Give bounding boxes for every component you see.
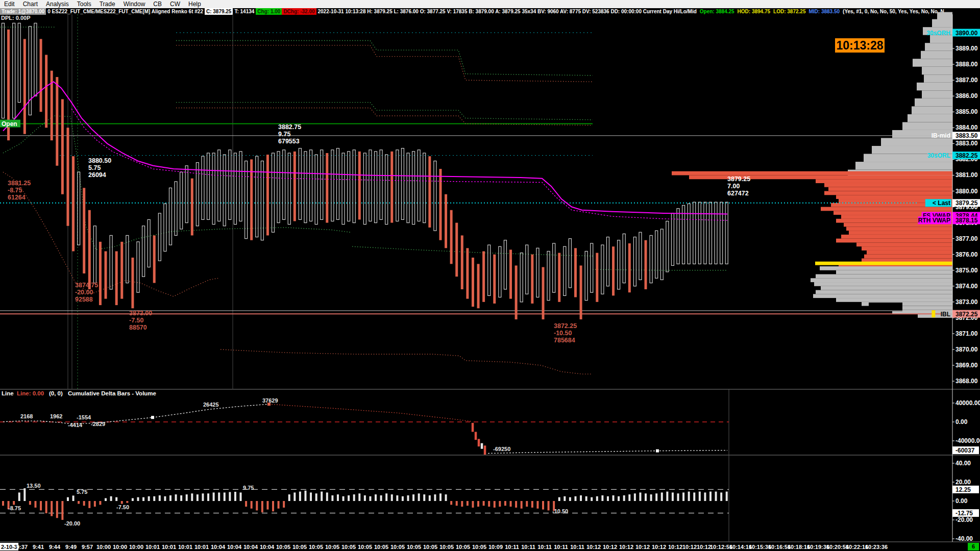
- renko-bars: [2, 23, 728, 319]
- svg-text:10:05: 10:05: [309, 544, 323, 550]
- svg-text:3873.00: 3873.00: [955, 298, 978, 306]
- svg-text:10:05: 10:05: [407, 544, 421, 550]
- svg-text:3879.25: 3879.25: [955, 199, 978, 207]
- cumulative-delta-panel: LineLine: 0.00(0, 0)Cumulative Delta Bar…: [0, 390, 729, 455]
- svg-text:10:00: 10:00: [113, 544, 127, 550]
- svg-text:10:11: 10:11: [537, 544, 552, 550]
- session-vlines: [68, 14, 233, 389]
- svg-text:3883.00: 3883.00: [955, 140, 978, 147]
- svg-text:IB-mid: IB-mid: [932, 132, 950, 139]
- svg-text:20.00: 20.00: [955, 479, 971, 486]
- svg-text:3878.15: 3878.15: [955, 217, 978, 224]
- svg-text:40000.00: 40000.00: [955, 399, 980, 407]
- svg-text:Cumulative Delta Bars - Volume: Cumulative Delta Bars - Volume: [68, 390, 156, 396]
- svg-text:3872.25-10.50785684: 3872.25-10.50785684: [554, 322, 577, 344]
- svg-text:1962: 1962: [50, 413, 62, 419]
- svg-text:10:01: 10:01: [162, 544, 176, 550]
- delta-line-down: [269, 404, 472, 421]
- svg-text:3885.00: 3885.00: [955, 108, 978, 115]
- svg-text:3875.00: 3875.00: [955, 267, 978, 274]
- svg-text:10:05: 10:05: [456, 544, 470, 550]
- bar-delta-panel: 13.50-8.755.75-20.00-7.509.75-10.50: [0, 483, 729, 527]
- svg-text:10:11: 10:11: [521, 544, 535, 550]
- time-scale[interactable]: 2-10-319:379:419:449:499:5710:0010:0010:…: [0, 543, 888, 550]
- delta-line-up: [3, 404, 269, 424]
- fs-vwap-line: [3, 82, 727, 214]
- svg-text:10:05: 10:05: [423, 544, 437, 550]
- svg-text:3874.00: 3874.00: [955, 283, 978, 290]
- svg-text:0.00: 0.00: [955, 418, 968, 425]
- svg-text:10:11: 10:11: [554, 544, 568, 550]
- svg-text:3873.00-7.5088570: 3873.00-7.5088570: [129, 310, 152, 331]
- svg-text:10:05: 10:05: [358, 544, 372, 550]
- svg-text:-4414: -4414: [68, 422, 83, 428]
- chart-canvas[interactable]: 3882.759.756795533880.505.75260943881.25…: [0, 0, 980, 551]
- svg-text:13.50: 13.50: [27, 483, 41, 489]
- svg-text:3889.00: 3889.00: [955, 45, 978, 52]
- svg-text:40.00: 40.00: [955, 460, 971, 467]
- svg-text:-10.50: -10.50: [552, 508, 568, 514]
- svg-text:RTH VWAP: RTH VWAP: [918, 217, 950, 224]
- svg-text:10:01: 10:01: [194, 544, 209, 550]
- svg-text:10:01: 10:01: [178, 544, 192, 550]
- svg-text:3871.00: 3871.00: [955, 330, 978, 337]
- svg-text:3884.00: 3884.00: [955, 124, 978, 131]
- svg-text:-1554: -1554: [77, 414, 91, 420]
- svg-text:10:05: 10:05: [341, 544, 356, 550]
- svg-text:3886.00: 3886.00: [955, 92, 978, 99]
- svg-text:(0, 0): (0, 0): [49, 390, 63, 396]
- svg-text:-69250: -69250: [493, 446, 510, 452]
- svg-text:10:12: 10:12: [603, 544, 617, 550]
- svg-text:-20.00: -20.00: [64, 520, 80, 527]
- svg-text:0.00: 0.00: [955, 497, 968, 505]
- svg-text:10:12: 10:12: [635, 544, 650, 550]
- svg-text:3868.00: 3868.00: [955, 378, 978, 385]
- svg-text:10:23:36: 10:23:36: [865, 544, 888, 550]
- svg-text:3882.759.75679553: 3882.759.75679553: [278, 123, 301, 145]
- svg-text:3890.00: 3890.00: [955, 30, 978, 37]
- svg-text:37629: 37629: [262, 397, 278, 404]
- svg-text:10:05: 10:05: [276, 544, 290, 550]
- svg-text:10:04: 10:04: [227, 544, 242, 550]
- svg-text:3881.00: 3881.00: [955, 171, 978, 179]
- svg-text:Line: 0.00: Line: 0.00: [17, 390, 44, 396]
- svg-text:10:12: 10:12: [668, 544, 682, 550]
- svg-text:-7.50: -7.50: [116, 504, 129, 510]
- svg-text:3879.257.00627472: 3879.257.00627472: [727, 176, 750, 197]
- svg-text:10:05: 10:05: [292, 544, 307, 550]
- svg-text:Open: Open: [2, 120, 17, 128]
- svg-text:3872.25: 3872.25: [955, 311, 978, 318]
- svg-text:9:44: 9:44: [49, 544, 61, 550]
- svg-text:10:12: 10:12: [586, 544, 601, 550]
- svg-text:-20.00: -20.00: [955, 516, 973, 523]
- svg-text:10:12: 10:12: [697, 544, 711, 550]
- svg-text:10:05: 10:05: [390, 544, 405, 550]
- svg-text:10:04: 10:04: [211, 544, 226, 550]
- svg-text:10:09: 10:09: [488, 544, 503, 550]
- svg-text:IBL: IBL: [941, 311, 950, 318]
- svg-text:10:12: 10:12: [619, 544, 633, 550]
- svg-text:10:00: 10:00: [96, 544, 111, 550]
- poc-line: [815, 262, 952, 265]
- svg-text:10:05: 10:05: [439, 544, 454, 550]
- svg-text:-40000.00: -40000.00: [955, 437, 980, 444]
- svg-text:2168: 2168: [20, 413, 33, 419]
- svg-text:9.75: 9.75: [243, 485, 254, 491]
- dpl-label: DPL: 0.00P: [1, 15, 30, 21]
- svg-text:3870.00: 3870.00: [955, 346, 978, 353]
- svg-text:30sORH: 30sORH: [926, 30, 950, 37]
- svg-text:9:57: 9:57: [82, 544, 93, 550]
- panel-dividers: [0, 389, 980, 542]
- svg-text:10:04: 10:04: [243, 544, 258, 550]
- clock-display: 10:13:28: [835, 38, 885, 53]
- open-tag: Open: [0, 120, 20, 128]
- svg-text:-8.75: -8.75: [8, 505, 21, 511]
- svg-text:10:05: 10:05: [374, 544, 388, 550]
- svg-text:3880.505.7526094: 3880.505.7526094: [88, 157, 111, 179]
- chart-number-badge: 6: [968, 543, 979, 550]
- svg-text:3888.00: 3888.00: [955, 61, 978, 68]
- svg-text:10:12: 10:12: [682, 544, 697, 550]
- svg-text:-12.75: -12.75: [955, 510, 973, 517]
- volume-profile: [672, 12, 952, 318]
- svg-text:Line: Line: [2, 390, 14, 396]
